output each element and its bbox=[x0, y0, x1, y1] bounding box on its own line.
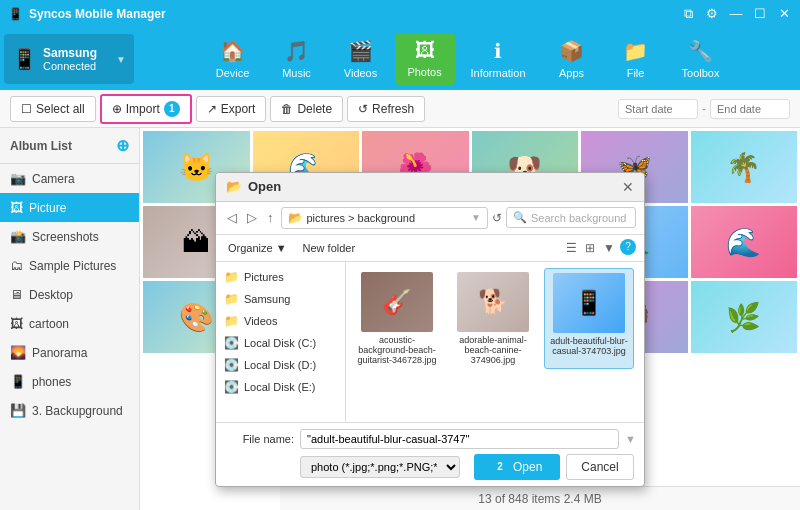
toolbox-nav-icon: 🔧 bbox=[688, 39, 713, 63]
dialog-open-button[interactable]: 2 Open bbox=[474, 454, 560, 480]
sidebar-item-desktop[interactable]: 🖥 Desktop bbox=[0, 280, 139, 309]
date-range: - bbox=[618, 99, 790, 119]
dialog-sidebar-diskc[interactable]: 💽 Local Disk (C:) bbox=[216, 332, 345, 354]
new-folder-button[interactable]: New folder bbox=[299, 240, 360, 256]
import-button[interactable]: ⊕ Import 1 bbox=[100, 94, 192, 124]
dialog-sidebar-samsung[interactable]: 📁 Samsung bbox=[216, 288, 345, 310]
sidebar-item-backupground[interactable]: 💾 3. Backupground bbox=[0, 396, 139, 425]
search-bar[interactable]: 🔍 Search background bbox=[506, 207, 636, 228]
dialog-sidebar-diske[interactable]: 💽 Local Disk (E:) bbox=[216, 376, 345, 398]
nav-info-label: Information bbox=[471, 67, 526, 79]
dialog-sidebar-videos[interactable]: 📁 Videos bbox=[216, 310, 345, 332]
dialog-sidebar-diskd[interactable]: 💽 Local Disk (D:) bbox=[216, 354, 345, 376]
sidebar-item-panorama[interactable]: 🌄 Panorama bbox=[0, 338, 139, 367]
file-nav-icon: 📁 bbox=[623, 39, 648, 63]
sidebar-item-screenshots[interactable]: 📸 Screenshots bbox=[0, 222, 139, 251]
sidebar-item-camera[interactable]: 📷 Camera bbox=[0, 164, 139, 193]
minimize-btn[interactable]: — bbox=[728, 6, 744, 22]
grid-view-button[interactable]: ⊞ bbox=[582, 239, 598, 257]
view-dropdown-button[interactable]: ▼ bbox=[600, 239, 618, 257]
device-info[interactable]: 📱 Samsung Connected ▼ bbox=[4, 34, 134, 84]
back-button[interactable]: ◁ bbox=[224, 208, 240, 227]
restore-btn[interactable]: ⧉ bbox=[680, 6, 696, 22]
help-button[interactable]: ? bbox=[620, 239, 636, 255]
nav-device-label: Device bbox=[216, 67, 250, 79]
filetype-select[interactable]: photo (*.jpg;*.png;*.PNG;*.gif;* bbox=[300, 456, 460, 478]
status-text: 13 of 848 items 2.4 MB bbox=[478, 492, 601, 506]
refresh-address-button[interactable]: ↺ bbox=[492, 211, 502, 225]
nav-photos[interactable]: 🖼 Photos bbox=[395, 33, 455, 85]
nav-file[interactable]: 📁 File bbox=[606, 33, 666, 85]
dialog-titlebar: 📂 Open ✕ bbox=[216, 173, 644, 202]
up-button[interactable]: ↑ bbox=[264, 208, 277, 227]
sidebar-header: Album List ⊕ bbox=[0, 128, 139, 164]
nav-videos[interactable]: 🎬 Videos bbox=[331, 33, 391, 85]
info-nav-icon: ℹ bbox=[494, 39, 502, 63]
nav-toolbox[interactable]: 🔧 Toolbox bbox=[670, 33, 732, 85]
device-nav-icon: 🏠 bbox=[220, 39, 245, 63]
dialog-title-text: Open bbox=[248, 179, 281, 194]
settings-icon[interactable]: ⚙ bbox=[704, 6, 720, 22]
nav-music[interactable]: 🎵 Music bbox=[267, 33, 327, 85]
statusbar: 13 of 848 items 2.4 MB bbox=[280, 486, 800, 510]
sidebar-videos-label: Videos bbox=[244, 315, 277, 327]
end-date-input[interactable] bbox=[710, 99, 790, 119]
dialog-file-content: 🎸 acoustic-background-beach-guitarist-34… bbox=[346, 262, 644, 422]
nav-device[interactable]: 🏠 Device bbox=[203, 33, 263, 85]
device-dropdown-icon[interactable]: ▼ bbox=[116, 54, 126, 65]
photo-cell[interactable]: 🌊 bbox=[691, 206, 798, 278]
folder-icon: 📂 bbox=[288, 211, 303, 225]
select-all-button[interactable]: ☐ Select all bbox=[10, 96, 96, 122]
organize-button[interactable]: Organize ▼ bbox=[224, 240, 291, 256]
nav-apps-label: Apps bbox=[559, 67, 584, 79]
refresh-button[interactable]: ↺ Refresh bbox=[347, 96, 425, 122]
nav-apps[interactable]: 📦 Apps bbox=[542, 33, 602, 85]
titlebar-left: 📱 Syncos Mobile Manager bbox=[8, 7, 166, 21]
dialog-close-button[interactable]: ✕ bbox=[622, 179, 634, 195]
device-text: Samsung Connected bbox=[43, 46, 110, 72]
filename-dropdown-icon[interactable]: ▼ bbox=[625, 433, 636, 445]
dialog-title-icon: 📂 bbox=[226, 179, 242, 194]
address-bar[interactable]: 📂 pictures > background ▼ bbox=[281, 207, 489, 229]
dropdown-icon[interactable]: ▼ bbox=[471, 212, 481, 223]
file-thumb-tablet[interactable]: 📱 adult-beautiful-blur-casual-374703.jpg bbox=[544, 268, 634, 369]
videos-nav-icon: 🎬 bbox=[348, 39, 373, 63]
dialog-sidebar-pictures[interactable]: 📁 Pictures bbox=[216, 266, 345, 288]
file-thumb-dog[interactable]: 🐕 adorable-animal-beach-canine-374906.jp… bbox=[448, 268, 538, 369]
dialog-cancel-button[interactable]: Cancel bbox=[566, 454, 633, 480]
address-text: pictures > background bbox=[307, 212, 416, 224]
close-btn[interactable]: ✕ bbox=[776, 6, 792, 22]
export-label: Export bbox=[221, 102, 256, 116]
file-thumb-guitar[interactable]: 🎸 acoustic-background-beach-guitarist-34… bbox=[352, 268, 442, 369]
add-album-button[interactable]: ⊕ bbox=[116, 136, 129, 155]
sample-icon: 🗂 bbox=[10, 258, 23, 273]
import-label: Import bbox=[126, 102, 160, 116]
open-dialog: 📂 Open ✕ ◁ ▷ ↑ 📂 pictures > background ▼… bbox=[215, 172, 645, 487]
select-all-label: Select all bbox=[36, 102, 85, 116]
sidebar-diskc-label: Local Disk (C:) bbox=[244, 337, 316, 349]
delete-button[interactable]: 🗑 Delete bbox=[270, 96, 343, 122]
organize-dropdown-icon: ▼ bbox=[276, 242, 287, 254]
file-thumb-img-dog: 🐕 bbox=[457, 272, 529, 332]
forward-button[interactable]: ▷ bbox=[244, 208, 260, 227]
nav-toolbox-label: Toolbox bbox=[682, 67, 720, 79]
dialog-footer: File name: ▼ photo (*.jpg;*.png;*.PNG;*.… bbox=[216, 422, 644, 486]
phones-icon: 📱 bbox=[10, 374, 26, 389]
sidebar-item-picture[interactable]: 🖼 Picture bbox=[0, 193, 139, 222]
photo-cell[interactable]: 🌴 bbox=[691, 131, 798, 203]
sidebar-item-sample[interactable]: 🗂 Sample Pictures bbox=[0, 251, 139, 280]
list-view-button[interactable]: ☰ bbox=[563, 239, 580, 257]
file-thumb-img-tablet: 📱 bbox=[553, 273, 625, 333]
sidebar-item-cartoon[interactable]: 🖼 cartoon bbox=[0, 309, 139, 338]
desktop-label: Desktop bbox=[29, 288, 73, 302]
filename-input[interactable] bbox=[300, 429, 619, 449]
start-date-input[interactable] bbox=[618, 99, 698, 119]
nav-information[interactable]: ℹ Information bbox=[459, 33, 538, 85]
dialog-actions: 2 Open Cancel bbox=[474, 454, 634, 480]
maximize-btn[interactable]: ☐ bbox=[752, 6, 768, 22]
sidebar-item-phones[interactable]: 📱 phones bbox=[0, 367, 139, 396]
nav-items: 🏠 Device 🎵 Music 🎬 Videos 🖼 Photos ℹ Inf… bbox=[138, 33, 796, 85]
export-button[interactable]: ↗ Export bbox=[196, 96, 267, 122]
export-icon: ↗ bbox=[207, 102, 217, 116]
photo-cell[interactable]: 🌿 bbox=[691, 281, 798, 353]
